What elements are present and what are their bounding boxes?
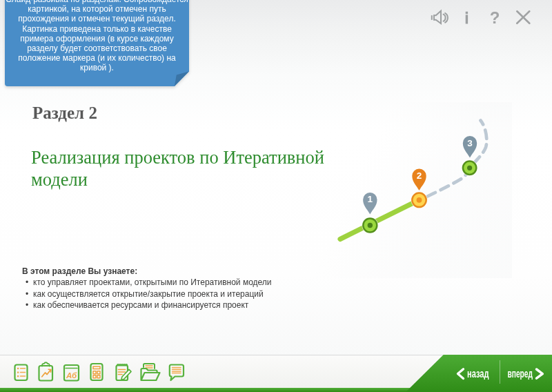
svg-text:вперед: вперед: [508, 368, 533, 380]
svg-text:2: 2: [417, 170, 422, 181]
svg-text:1: 1: [368, 194, 373, 204]
svg-text:Аб: Аб: [66, 371, 77, 380]
svg-text:?: ?: [490, 8, 500, 27]
svg-text:3: 3: [467, 138, 473, 148]
svg-text:назад: назад: [467, 368, 489, 380]
